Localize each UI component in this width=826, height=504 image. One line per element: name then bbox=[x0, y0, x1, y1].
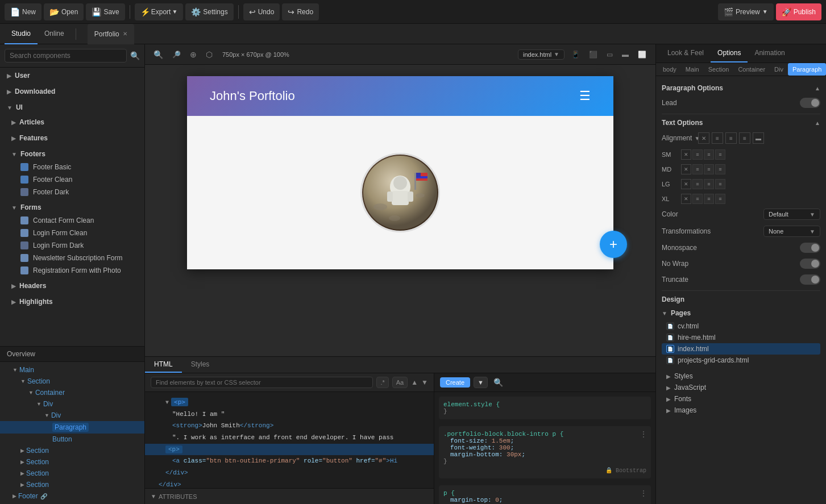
save-button[interactable]: 💾 Save bbox=[86, 3, 124, 20]
sidebar-item-login-form-dark[interactable]: Login Form Dark bbox=[5, 239, 144, 252]
collapse-icon[interactable]: ▲ bbox=[815, 85, 820, 91]
select-tool-button[interactable]: ⊕ bbox=[187, 48, 200, 61]
align-right-button[interactable]: ≡ bbox=[739, 132, 750, 144]
styles-search-button[interactable]: 🔍 bbox=[493, 378, 503, 387]
tab-styles[interactable]: Styles bbox=[182, 357, 219, 373]
tree-item-div1[interactable]: ▼ Div bbox=[0, 398, 144, 410]
tree-arrow-icon[interactable]: ▼ bbox=[36, 401, 41, 407]
elem-tab-body[interactable]: body bbox=[658, 63, 681, 76]
block-menu-icon[interactable]: ⋮ bbox=[640, 430, 647, 439]
page-item-projects[interactable]: 📄 projects-grid-cards.html bbox=[662, 355, 820, 366]
tree-item-main[interactable]: ▼ Main bbox=[0, 364, 144, 376]
tablet-view-button[interactable]: ⬛ bbox=[586, 49, 601, 60]
sidebar-item-registration-form[interactable]: Registration Form with Photo bbox=[5, 264, 144, 277]
tree-arrow-icon[interactable]: ▶ bbox=[20, 448, 24, 453]
attributes-label[interactable]: ATTRIBUTES bbox=[159, 493, 197, 500]
sm-align-left[interactable]: ≡ bbox=[692, 149, 703, 160]
create-style-button[interactable]: Create bbox=[440, 377, 470, 388]
group-header-ui[interactable]: ▼ UI bbox=[0, 101, 144, 114]
images-section[interactable]: ▶ Images bbox=[662, 405, 820, 416]
elem-tab-div[interactable]: Div bbox=[770, 63, 788, 76]
sidebar-item-newsletter[interactable]: Newsletter Subscription Form bbox=[5, 252, 144, 264]
tree-arrow-icon[interactable]: ▼ bbox=[13, 367, 18, 373]
online-tab[interactable]: Online bbox=[38, 24, 71, 44]
search-up-button[interactable]: ▲ bbox=[411, 378, 418, 386]
studio-tab[interactable]: Studio bbox=[5, 24, 38, 44]
elem-tab-section[interactable]: Section bbox=[704, 63, 734, 76]
tree-arrow-icon[interactable]: ▶ bbox=[20, 470, 24, 476]
search-down-button[interactable]: ▼ bbox=[421, 378, 428, 386]
lg-align-center[interactable]: ≡ bbox=[704, 179, 714, 189]
group-header-features[interactable]: ▶ Features bbox=[5, 131, 144, 145]
tree-item-section3[interactable]: ▶ Section bbox=[0, 456, 144, 468]
tree-item-button[interactable]: Button bbox=[0, 434, 144, 445]
md-clear-button[interactable]: ✕ bbox=[681, 164, 691, 174]
truncate-toggle[interactable] bbox=[800, 274, 820, 285]
monospace-toggle[interactable] bbox=[800, 243, 820, 253]
alignment-clear-button[interactable]: ✕ bbox=[698, 132, 709, 144]
sidebar-item-login-form-clean[interactable]: Login Form Clean bbox=[5, 227, 144, 239]
desktop-large-button[interactable]: ⬜ bbox=[634, 49, 650, 60]
tab-animation[interactable]: Animation bbox=[748, 44, 791, 63]
tree-arrow-icon[interactable]: ▼ bbox=[44, 413, 49, 418]
zoom-out-button[interactable]: 🔎 bbox=[169, 49, 184, 60]
sidebar-item-footer-clean[interactable]: Footer Clean bbox=[5, 173, 144, 186]
tree-arrow-icon[interactable]: ▶ bbox=[20, 459, 24, 465]
xl-align-right[interactable]: ≡ bbox=[715, 194, 725, 204]
page-item-index[interactable]: 📄 index.html bbox=[662, 343, 820, 355]
align-justify-button[interactable]: ▬ bbox=[753, 132, 764, 144]
desktop-medium-button[interactable]: ▬ bbox=[619, 49, 632, 60]
elem-tab-main[interactable]: Main bbox=[681, 63, 704, 76]
add-element-button[interactable]: + bbox=[600, 231, 627, 258]
tab-options[interactable]: Options bbox=[711, 44, 748, 63]
group-header-footers[interactable]: ▼ Footers bbox=[5, 147, 144, 161]
tree-item-section4[interactable]: ▶ Section bbox=[0, 468, 144, 479]
export-button[interactable]: ⚡ Export ▼ bbox=[135, 3, 184, 20]
tree-item-section1[interactable]: ▼ Section bbox=[0, 376, 144, 387]
open-button[interactable]: 📂 Open bbox=[44, 3, 84, 20]
group-header-downloaded[interactable]: ▶ Downloaded bbox=[0, 85, 144, 98]
lead-toggle[interactable] bbox=[800, 98, 820, 108]
attributes-arrow-icon[interactable]: ▼ bbox=[151, 493, 156, 499]
new-button[interactable]: 📄 New bbox=[5, 3, 41, 20]
xl-align-left[interactable]: ≡ bbox=[692, 194, 703, 204]
regex-button[interactable]: .* bbox=[376, 377, 388, 388]
layers-button[interactable]: ⬡ bbox=[203, 48, 215, 61]
tree-item-section2[interactable]: ▶ Section bbox=[0, 445, 144, 456]
align-left-button[interactable]: ≡ bbox=[712, 132, 723, 144]
md-align-right[interactable]: ≡ bbox=[715, 164, 725, 174]
sm-clear-button[interactable]: ✕ bbox=[681, 149, 691, 160]
sidebar-item-footer-dark[interactable]: Footer Dark bbox=[5, 186, 144, 198]
lg-align-right[interactable]: ≡ bbox=[715, 179, 725, 189]
fonts-section[interactable]: ▶ Fonts bbox=[662, 393, 820, 405]
collapse-arrow[interactable]: ▼ bbox=[165, 399, 169, 406]
redo-button[interactable]: ↪ Redo bbox=[282, 3, 319, 20]
desktop-small-button[interactable]: ▭ bbox=[603, 49, 616, 60]
sm-align-right[interactable]: ≡ bbox=[715, 149, 725, 160]
html-search-input[interactable] bbox=[151, 377, 373, 388]
tree-item-container[interactable]: ▼ Container bbox=[0, 387, 144, 398]
page-item-cv[interactable]: 📄 cv.html bbox=[662, 320, 820, 332]
page-item-hireme[interactable]: 📄 hire-me.html bbox=[662, 332, 820, 343]
xl-align-center[interactable]: ≡ bbox=[704, 194, 714, 204]
pages-header[interactable]: ▼ Pages bbox=[662, 309, 820, 317]
tab-look-feel[interactable]: Look & Feel bbox=[661, 44, 711, 63]
group-header-headers[interactable]: ▶ Headers bbox=[5, 279, 144, 293]
tree-item-footer[interactable]: ▶ Footer 🔗 bbox=[0, 490, 144, 502]
search-icon[interactable]: 🔍 bbox=[130, 51, 140, 60]
md-align-center[interactable]: ≡ bbox=[704, 164, 714, 174]
styles-section[interactable]: ▶ Styles bbox=[662, 370, 820, 382]
close-icon[interactable]: ✕ bbox=[123, 31, 127, 37]
preview-button[interactable]: 🎬 Preview ▼ bbox=[718, 3, 774, 20]
align-center-button[interactable]: ≡ bbox=[725, 132, 737, 144]
javascript-section[interactable]: ▶ JavaScript bbox=[662, 382, 820, 393]
color-dropdown[interactable]: Default ▼ bbox=[763, 209, 820, 220]
md-align-left[interactable]: ≡ bbox=[692, 164, 703, 174]
tree-item-div2[interactable]: ▼ Div bbox=[0, 410, 144, 421]
block-menu-icon[interactable]: ⋮ bbox=[640, 489, 647, 498]
transformations-dropdown[interactable]: None ▼ bbox=[763, 226, 820, 237]
group-header-forms[interactable]: ▼ Forms bbox=[5, 201, 144, 214]
zoom-in-button[interactable]: 🔍 bbox=[151, 48, 166, 61]
styles-dropdown-button[interactable]: ▼ bbox=[474, 377, 488, 388]
file-selector[interactable]: index.html ▼ bbox=[518, 49, 564, 60]
